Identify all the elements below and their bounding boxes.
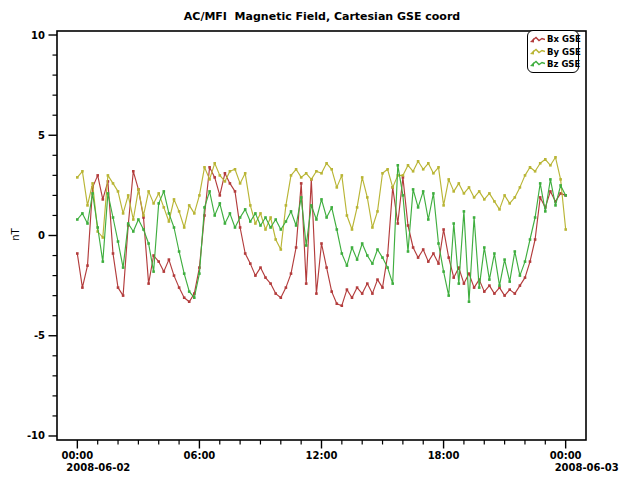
x-tick-label: 18:00 <box>428 450 460 461</box>
bz-line-marker-icon <box>530 59 545 68</box>
legend-item-by-gse: By GSE <box>530 47 576 57</box>
legend-label-bx: Bx GSE <box>547 34 581 44</box>
x-date-label: 2008-06-03 <box>555 462 619 473</box>
series-bz-gse <box>76 164 567 303</box>
y-tick-label: 5 <box>38 130 45 141</box>
x-tick-label: 12:00 <box>306 450 338 461</box>
y-tick-label: 10 <box>31 30 45 41</box>
y-tick-label: -5 <box>34 330 45 341</box>
legend: Bx GSE By GSE Bz GSE <box>527 30 579 73</box>
legend-label-by: By GSE <box>547 47 581 57</box>
magnetometer-figure: AC/MFI Magnetic Field, Cartesian GSE coo… <box>0 0 640 480</box>
x-axis: 00:002008-06-0206:0012:0018:0000:002008-… <box>61 440 618 473</box>
bx-line-marker-icon <box>530 35 545 44</box>
x-tick-label: 06:00 <box>184 450 216 461</box>
y-tick-label: 0 <box>38 230 45 241</box>
x-date-label: 2008-06-02 <box>66 462 130 473</box>
y-tick-label: -10 <box>27 430 45 441</box>
by-line-marker-icon <box>530 47 545 56</box>
x-tick-label: 00:00 <box>550 450 582 461</box>
series-bx-gse <box>76 166 567 307</box>
series-by-gse <box>76 156 567 251</box>
legend-item-bz-gse: Bz GSE <box>530 59 576 69</box>
plot-frame <box>57 31 586 440</box>
y-axis: 1050-5-10 <box>27 30 57 442</box>
legend-item-bx-gse: Bx GSE <box>530 34 576 44</box>
x-tick-label: 00:00 <box>61 450 93 461</box>
legend-label-bz: Bz GSE <box>547 59 580 69</box>
